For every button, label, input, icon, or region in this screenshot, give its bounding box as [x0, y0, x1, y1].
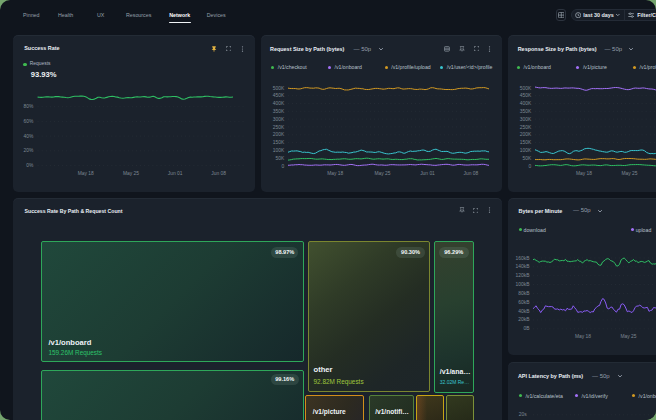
svg-text:0B: 0B [523, 326, 529, 331]
svg-text:300K: 300K [273, 116, 285, 121]
svg-text:0: 0 [281, 163, 284, 168]
svg-text:350K: 350K [520, 108, 532, 113]
svg-text:300K: 300K [520, 116, 532, 121]
svg-text:May 25: May 25 [123, 171, 139, 176]
svg-text:400K: 400K [273, 101, 285, 106]
svg-text:May 18: May 18 [575, 334, 591, 339]
svg-text:450K: 450K [273, 93, 285, 98]
svg-text:0: 0 [528, 163, 531, 168]
svg-text:80kB: 80kB [518, 291, 529, 296]
svg-text:50K: 50K [275, 155, 284, 160]
svg-text:200K: 200K [520, 132, 532, 137]
svg-text:40kB: 40kB [518, 309, 529, 314]
svg-text:May 18: May 18 [78, 171, 94, 176]
svg-text:80%: 80% [24, 104, 34, 109]
svg-text:60kB: 60kB [518, 300, 529, 305]
svg-text:Jun 01: Jun 01 [420, 171, 435, 176]
svg-text:Jun 08: Jun 08 [211, 171, 226, 176]
svg-text:140kB: 140kB [516, 264, 530, 269]
svg-text:160kB: 160kB [516, 256, 530, 261]
svg-text:60%: 60% [24, 119, 34, 124]
svg-text:150K: 150K [520, 140, 532, 145]
svg-text:100K: 100K [520, 148, 532, 153]
svg-text:May 25: May 25 [621, 171, 637, 176]
svg-text:20kB: 20kB [518, 317, 529, 322]
svg-text:Jun 08: Jun 08 [464, 171, 479, 176]
svg-text:Jun 01: Jun 01 [168, 171, 183, 176]
svg-text:500K: 500K [273, 85, 285, 90]
svg-text:May 25: May 25 [374, 171, 390, 176]
svg-text:450K: 450K [520, 93, 532, 98]
svg-text:May 18: May 18 [576, 171, 592, 176]
svg-text:120kB: 120kB [516, 273, 530, 278]
svg-text:100kB: 100kB [516, 282, 530, 287]
svg-text:0%: 0% [26, 163, 34, 168]
svg-text:May 25: May 25 [620, 334, 636, 339]
svg-text:500K: 500K [520, 85, 532, 90]
svg-text:40%: 40% [24, 133, 34, 138]
svg-text:20%: 20% [24, 148, 34, 153]
svg-text:400K: 400K [520, 101, 532, 106]
svg-text:350K: 350K [273, 108, 285, 113]
svg-text:May 18: May 18 [327, 171, 343, 176]
svg-text:150K: 150K [273, 140, 285, 145]
svg-text:50K: 50K [522, 155, 531, 160]
svg-text:100K: 100K [273, 148, 285, 153]
svg-text:20s: 20s [519, 412, 527, 417]
svg-text:250K: 250K [520, 124, 532, 129]
svg-text:200K: 200K [273, 132, 285, 137]
svg-text:250K: 250K [273, 124, 285, 129]
